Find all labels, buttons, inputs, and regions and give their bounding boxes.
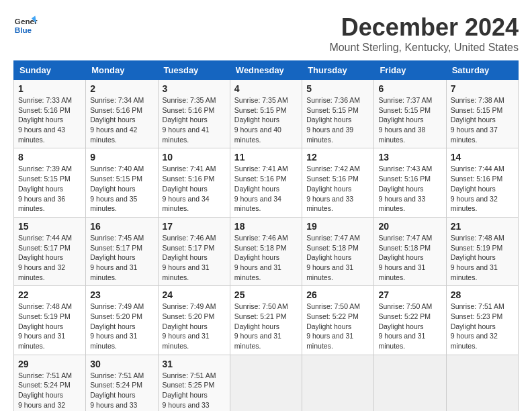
- day-number: 25: [234, 289, 298, 300]
- day-number: 18: [234, 221, 298, 232]
- day-number: 23: [90, 289, 153, 300]
- day-info: Sunrise: 7:51 AMSunset: 5:24 PMDaylight …: [90, 371, 144, 411]
- title-area: December 2024 Mount Sterling, Kentucky, …: [329, 13, 519, 54]
- day-info: Sunrise: 7:36 AMSunset: 5:15 PMDaylight …: [306, 96, 360, 144]
- calendar-cell: 29 Sunrise: 7:51 AMSunset: 5:24 PMDaylig…: [14, 355, 86, 411]
- calendar-table: SundayMondayTuesdayWednesdayThursdayFrid…: [13, 60, 519, 411]
- calendar-cell: 10 Sunrise: 7:41 AMSunset: 5:16 PMDaylig…: [158, 148, 230, 217]
- calendar-cell: 19 Sunrise: 7:47 AMSunset: 5:18 PMDaylig…: [302, 217, 374, 285]
- header: General Blue December 2024 Mount Sterlin…: [13, 13, 519, 54]
- calendar-cell: 7 Sunrise: 7:38 AMSunset: 5:15 PMDayligh…: [446, 80, 518, 148]
- calendar-cell: 16 Sunrise: 7:45 AMSunset: 5:17 PMDaylig…: [86, 217, 158, 285]
- calendar-cell: 1 Sunrise: 7:33 AMSunset: 5:16 PMDayligh…: [14, 80, 86, 148]
- calendar-week-1: 1 Sunrise: 7:33 AMSunset: 5:16 PMDayligh…: [14, 80, 519, 148]
- day-number: 30: [90, 359, 153, 369]
- day-info: Sunrise: 7:48 AMSunset: 5:19 PMDaylight …: [451, 234, 504, 281]
- day-info: Sunrise: 7:46 AMSunset: 5:18 PMDaylight …: [234, 234, 288, 281]
- weekday-header-wednesday: Wednesday: [230, 61, 302, 80]
- calendar-week-3: 15 Sunrise: 7:44 AMSunset: 5:17 PMDaylig…: [14, 217, 519, 285]
- day-info: Sunrise: 7:50 AMSunset: 5:22 PMDaylight …: [306, 302, 360, 350]
- day-number: 12: [306, 152, 369, 163]
- day-info: Sunrise: 7:37 AMSunset: 5:15 PMDaylight …: [378, 96, 432, 144]
- day-number: 14: [451, 152, 514, 163]
- calendar-cell: 4 Sunrise: 7:35 AMSunset: 5:15 PMDayligh…: [230, 80, 302, 148]
- day-number: 15: [18, 221, 81, 232]
- day-info: Sunrise: 7:35 AMSunset: 5:16 PMDaylight …: [163, 96, 216, 144]
- calendar-cell: 11 Sunrise: 7:41 AMSunset: 5:16 PMDaylig…: [230, 148, 302, 217]
- calendar-title: December 2024: [329, 13, 519, 42]
- calendar-cell: 15 Sunrise: 7:44 AMSunset: 5:17 PMDaylig…: [14, 217, 86, 285]
- calendar-cell: 25 Sunrise: 7:50 AMSunset: 5:21 PMDaylig…: [230, 286, 302, 355]
- day-number: 1: [18, 83, 81, 94]
- day-info: Sunrise: 7:33 AMSunset: 5:16 PMDaylight …: [18, 96, 72, 144]
- day-info: Sunrise: 7:41 AMSunset: 5:16 PMDaylight …: [163, 165, 216, 212]
- weekday-header-saturday: Saturday: [446, 61, 518, 80]
- calendar-cell: 8 Sunrise: 7:39 AMSunset: 5:15 PMDayligh…: [14, 148, 86, 217]
- day-number: 22: [18, 289, 81, 300]
- day-info: Sunrise: 7:51 AMSunset: 5:25 PMDaylight …: [163, 371, 216, 411]
- day-info: Sunrise: 7:35 AMSunset: 5:15 PMDaylight …: [234, 96, 288, 144]
- weekday-header-thursday: Thursday: [302, 61, 374, 80]
- calendar-cell: 5 Sunrise: 7:36 AMSunset: 5:15 PMDayligh…: [302, 80, 374, 148]
- day-number: 29: [18, 359, 81, 369]
- calendar-cell: 9 Sunrise: 7:40 AMSunset: 5:15 PMDayligh…: [86, 148, 158, 217]
- weekday-header-friday: Friday: [374, 61, 446, 80]
- day-number: 27: [378, 289, 441, 300]
- day-number: 8: [18, 152, 81, 163]
- day-info: Sunrise: 7:49 AMSunset: 5:20 PMDaylight …: [163, 302, 216, 350]
- day-number: 10: [163, 152, 226, 163]
- logo-icon: General Blue: [13, 13, 38, 38]
- day-info: Sunrise: 7:51 AMSunset: 5:23 PMDaylight …: [451, 302, 504, 350]
- day-number: 20: [378, 221, 441, 232]
- calendar-cell: 12 Sunrise: 7:42 AMSunset: 5:16 PMDaylig…: [302, 148, 374, 217]
- calendar-cell: [446, 355, 518, 411]
- calendar-week-4: 22 Sunrise: 7:48 AMSunset: 5:19 PMDaylig…: [14, 286, 519, 355]
- day-info: Sunrise: 7:50 AMSunset: 5:22 PMDaylight …: [378, 302, 432, 350]
- day-number: 9: [90, 152, 153, 163]
- day-info: Sunrise: 7:45 AMSunset: 5:17 PMDaylight …: [90, 234, 144, 281]
- day-info: Sunrise: 7:48 AMSunset: 5:19 PMDaylight …: [18, 302, 72, 350]
- calendar-cell: 24 Sunrise: 7:49 AMSunset: 5:20 PMDaylig…: [158, 286, 230, 355]
- day-number: 2: [90, 83, 153, 94]
- calendar-subtitle: Mount Sterling, Kentucky, United States: [329, 42, 519, 54]
- logo: General Blue: [13, 13, 38, 38]
- day-info: Sunrise: 7:44 AMSunset: 5:16 PMDaylight …: [451, 165, 504, 212]
- day-number: 16: [90, 221, 153, 232]
- day-info: Sunrise: 7:43 AMSunset: 5:16 PMDaylight …: [378, 165, 432, 212]
- weekday-header-monday: Monday: [86, 61, 158, 80]
- calendar-week-5: 29 Sunrise: 7:51 AMSunset: 5:24 PMDaylig…: [14, 355, 519, 411]
- day-number: 24: [163, 289, 226, 300]
- day-number: 6: [378, 83, 441, 94]
- day-info: Sunrise: 7:46 AMSunset: 5:17 PMDaylight …: [163, 234, 216, 281]
- calendar-cell: 23 Sunrise: 7:49 AMSunset: 5:20 PMDaylig…: [86, 286, 158, 355]
- day-number: 17: [163, 221, 226, 232]
- calendar-cell: 3 Sunrise: 7:35 AMSunset: 5:16 PMDayligh…: [158, 80, 230, 148]
- day-info: Sunrise: 7:40 AMSunset: 5:15 PMDaylight …: [90, 165, 144, 212]
- day-info: Sunrise: 7:44 AMSunset: 5:17 PMDaylight …: [18, 234, 72, 281]
- day-number: 21: [451, 221, 514, 232]
- day-number: 5: [306, 83, 369, 94]
- svg-text:Blue: Blue: [15, 26, 32, 34]
- calendar-cell: 26 Sunrise: 7:50 AMSunset: 5:22 PMDaylig…: [302, 286, 374, 355]
- day-info: Sunrise: 7:47 AMSunset: 5:18 PMDaylight …: [378, 234, 432, 281]
- calendar-cell: 27 Sunrise: 7:50 AMSunset: 5:22 PMDaylig…: [374, 286, 446, 355]
- day-info: Sunrise: 7:41 AMSunset: 5:16 PMDaylight …: [234, 165, 288, 212]
- day-info: Sunrise: 7:38 AMSunset: 5:15 PMDaylight …: [451, 96, 504, 144]
- weekday-header-row: SundayMondayTuesdayWednesdayThursdayFrid…: [14, 61, 519, 80]
- day-info: Sunrise: 7:34 AMSunset: 5:16 PMDaylight …: [90, 96, 144, 144]
- day-info: Sunrise: 7:50 AMSunset: 5:21 PMDaylight …: [234, 302, 288, 350]
- calendar-week-2: 8 Sunrise: 7:39 AMSunset: 5:15 PMDayligh…: [14, 148, 519, 217]
- weekday-header-tuesday: Tuesday: [158, 61, 230, 80]
- calendar-cell: 20 Sunrise: 7:47 AMSunset: 5:18 PMDaylig…: [374, 217, 446, 285]
- day-info: Sunrise: 7:39 AMSunset: 5:15 PMDaylight …: [18, 165, 72, 212]
- weekday-header-sunday: Sunday: [14, 61, 86, 80]
- calendar-cell: [230, 355, 302, 411]
- calendar-cell: [302, 355, 374, 411]
- calendar-cell: 28 Sunrise: 7:51 AMSunset: 5:23 PMDaylig…: [446, 286, 518, 355]
- calendar-cell: 2 Sunrise: 7:34 AMSunset: 5:16 PMDayligh…: [86, 80, 158, 148]
- day-number: 3: [163, 83, 226, 94]
- calendar-header: SundayMondayTuesdayWednesdayThursdayFrid…: [14, 61, 519, 80]
- day-number: 11: [234, 152, 298, 163]
- calendar-cell: 17 Sunrise: 7:46 AMSunset: 5:17 PMDaylig…: [158, 217, 230, 285]
- calendar-cell: 13 Sunrise: 7:43 AMSunset: 5:16 PMDaylig…: [374, 148, 446, 217]
